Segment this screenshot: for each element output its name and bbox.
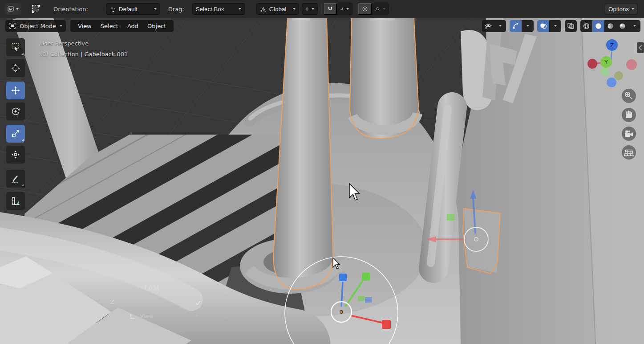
gizmo-x-handle[interactable] [382, 320, 391, 329]
shading-material-button[interactable] [604, 20, 616, 32]
show-overlays-button[interactable] [537, 20, 549, 32]
subtool-corner [21, 53, 24, 55]
editor-type-button[interactable] [4, 3, 21, 15]
chevron-down-icon [16, 8, 19, 10]
active-tool-icon[interactable] [30, 3, 42, 15]
shading-group [580, 20, 640, 32]
shading-rendered-button[interactable] [616, 20, 628, 32]
tool-cursor[interactable] [6, 59, 25, 77]
nav-axis-x[interactable] [587, 59, 597, 69]
redo-orientation-value[interactable]: View [140, 313, 154, 319]
shading-dropdown[interactable] [628, 20, 640, 32]
viewport-overlay-text: User Perspective (0) Collection | Gabelb… [40, 38, 128, 60]
chevron-down-icon [632, 8, 634, 10]
nav-axis-y-label: Y [604, 59, 608, 66]
object-origin-dot [340, 311, 343, 313]
view-name-overlay: User Perspective [40, 38, 128, 49]
show-object-types-dropdown[interactable] [494, 20, 506, 32]
chevron-down-icon [383, 8, 385, 10]
annotate-pen-icon [11, 174, 20, 184]
tool-shelf [6, 38, 25, 210]
redo-axis-value[interactable]: Z [110, 299, 114, 305]
orientation-label: Orientation: [53, 6, 88, 12]
camera-view-button[interactable] [622, 127, 636, 141]
rotate-icon [11, 106, 20, 116]
gizmo-plane-handle[interactable] [358, 296, 365, 301]
nav-axis-x-neg[interactable] [626, 59, 637, 70]
solid-sphere-icon [595, 22, 602, 30]
object-mode-icon [9, 22, 16, 29]
transform-orientation-value: Global [269, 6, 290, 12]
proportional-circle-icon [362, 5, 368, 12]
menu-object[interactable]: Object [143, 20, 170, 32]
scene-canvas[interactable]: Z Y [0, 18, 644, 344]
xray-toggle-button[interactable] [565, 20, 577, 32]
chevron-down-icon [312, 8, 314, 10]
zoom-button[interactable] [622, 89, 636, 103]
overlays-icon [539, 22, 547, 29]
viewport-menus: View Select Add Object [70, 20, 174, 32]
wireframe-sphere-icon [583, 22, 590, 30]
snapping-group [323, 3, 352, 15]
gizmos-dropdown[interactable] [522, 20, 534, 32]
nav-axis-ghost[interactable] [607, 78, 616, 87]
gizmos-group [510, 20, 534, 32]
gizmo-plane-handle[interactable] [365, 297, 372, 303]
snap-toggle-button[interactable] [324, 3, 337, 15]
snap-settings-dropdown[interactable] [337, 3, 352, 15]
tool-move[interactable] [6, 82, 25, 99]
shading-solid-button[interactable] [592, 20, 604, 32]
proportional-editing-button[interactable] [358, 3, 372, 15]
menu-view[interactable]: View [74, 20, 96, 32]
nav-axis-ghost[interactable] [614, 71, 623, 80]
rendered-sphere-icon [619, 22, 626, 30]
chevron-down-icon [346, 8, 349, 10]
collection-breadcrumb: (0) Collection | Gabelback.001 [40, 49, 128, 60]
drag-dropdown[interactable]: Select Box [192, 3, 245, 15]
tool-select-box[interactable] [6, 38, 25, 56]
tool-transform[interactable] [6, 146, 25, 164]
subtool-corner [21, 184, 24, 186]
mesh-selected-bracket[interactable] [463, 209, 500, 274]
chevron-down-icon [293, 8, 296, 10]
tool-rotate[interactable] [6, 102, 25, 120]
visibility-eye-icon [484, 22, 492, 29]
viewport-3d[interactable]: Z Y [0, 18, 644, 344]
show-object-types-button[interactable] [482, 20, 494, 32]
show-gizmos-button[interactable] [510, 20, 522, 32]
checkbox-check-icon[interactable] [195, 300, 201, 306]
options-dropdown[interactable]: Options [605, 3, 638, 15]
redo-orientation-chevron[interactable]: ⌄ [195, 312, 199, 318]
gizmo-z-handle[interactable] [339, 274, 347, 281]
scale-icon [11, 129, 20, 139]
chevron-down-icon [499, 25, 502, 27]
toggle-ortho-button[interactable] [622, 145, 636, 160]
drag-label: Drag: [168, 6, 184, 12]
chevron-down-icon [633, 25, 636, 27]
orientation-dropdown[interactable]: Default [106, 3, 160, 15]
sidebar-toggle[interactable] [637, 42, 644, 53]
menu-add[interactable]: Add [123, 20, 142, 32]
orientation-value: Default [119, 6, 151, 12]
overlays-group [537, 20, 561, 32]
pivot-point-dropdown[interactable] [302, 3, 318, 15]
gizmo-y-handle[interactable] [362, 273, 370, 281]
transform-icon [11, 150, 20, 160]
gizmo-plane-handle[interactable] [447, 214, 455, 221]
pan-button[interactable] [622, 108, 636, 122]
shading-wireframe-button[interactable] [580, 20, 592, 32]
transform-orientation-dropdown[interactable]: Global [256, 3, 299, 15]
nav-axis-ghost[interactable] [600, 67, 609, 76]
tool-annotate[interactable] [6, 170, 25, 188]
tool-measure[interactable] [6, 192, 25, 210]
falloff-curve-icon [375, 5, 380, 12]
proportional-falloff-dropdown[interactable] [372, 3, 389, 15]
chevron-down-icon [554, 25, 557, 27]
visibility-group [482, 20, 506, 32]
redo-move-z-value[interactable]: 7.031 [143, 284, 160, 291]
tool-scale[interactable] [6, 125, 25, 143]
mode-dropdown[interactable]: Object Mode [5, 20, 66, 32]
menu-select[interactable]: Select [97, 20, 122, 32]
overlays-dropdown[interactable] [549, 20, 561, 32]
tool-settings-bar: Orientation: Default Drag: Select Box Gl… [0, 0, 644, 18]
